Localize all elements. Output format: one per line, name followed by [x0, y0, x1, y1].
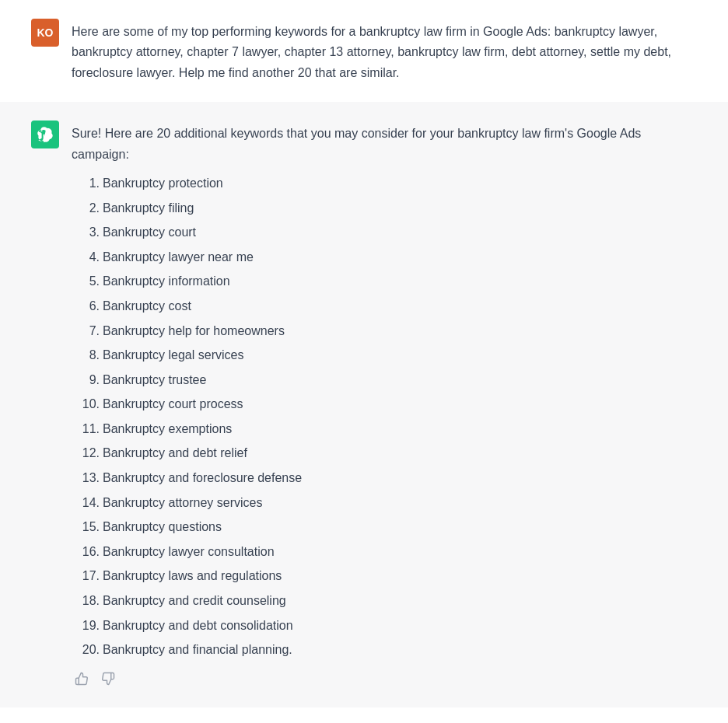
- list-item-text: Bankruptcy information: [103, 271, 230, 292]
- thumbs-down-button[interactable]: [98, 669, 118, 689]
- message-actions: [72, 669, 697, 689]
- list-item-text: Bankruptcy and debt relief: [103, 443, 247, 463]
- list-number: 5.: [72, 271, 100, 292]
- list-item: 3.Bankruptcy court: [72, 220, 697, 245]
- list-item: 8.Bankruptcy legal services: [72, 343, 697, 368]
- list-item-text: Bankruptcy attorney services: [103, 493, 262, 513]
- list-item: 5.Bankruptcy information: [72, 269, 697, 294]
- list-number: 18.: [72, 591, 100, 611]
- list-number: 15.: [72, 517, 100, 537]
- list-number: 6.: [72, 296, 100, 316]
- user-message-text: Here are some of my top performing keywo…: [72, 22, 697, 83]
- list-item-text: Bankruptcy lawyer near me: [103, 247, 254, 267]
- thumbs-up-icon: [75, 672, 89, 686]
- user-message-content: Here are some of my top performing keywo…: [72, 19, 697, 83]
- list-item: 7.Bankruptcy help for homeowners: [72, 319, 697, 344]
- list-number: 9.: [72, 370, 100, 390]
- thumbs-down-icon: [101, 672, 115, 686]
- list-item-text: Bankruptcy laws and regulations: [103, 566, 282, 586]
- assistant-message-content: Sure! Here are 20 additional keywords th…: [72, 120, 697, 689]
- list-number: 16.: [72, 542, 100, 562]
- list-item-text: Bankruptcy filing: [103, 198, 194, 218]
- list-number: 19.: [72, 616, 100, 636]
- chatgpt-icon: [37, 127, 53, 142]
- assistant-avatar: [31, 120, 59, 148]
- list-item: 6.Bankruptcy cost: [72, 294, 697, 319]
- list-item: 16.Bankruptcy lawyer consultation: [72, 540, 697, 564]
- list-number: 17.: [72, 566, 100, 586]
- list-item-text: Bankruptcy and credit counseling: [103, 591, 286, 611]
- chat-container: KO Here are some of my top performing ke…: [0, 0, 728, 707]
- list-item-text: Bankruptcy questions: [103, 517, 222, 537]
- list-item: 13.Bankruptcy and foreclosure defense: [72, 466, 697, 491]
- list-item: 19.Bankruptcy and debt consolidation: [72, 613, 697, 638]
- list-item-text: Bankruptcy protection: [103, 173, 223, 194]
- list-item-text: Bankruptcy court process: [103, 394, 243, 414]
- list-item-text: Bankruptcy and debt consolidation: [103, 616, 293, 636]
- thumbs-up-button[interactable]: [72, 669, 92, 689]
- list-item-text: Bankruptcy court: [103, 222, 196, 243]
- list-number: 2.: [72, 198, 100, 218]
- list-item: 1.Bankruptcy protection: [72, 171, 697, 196]
- list-item: 12.Bankruptcy and debt relief: [72, 441, 697, 466]
- list-number: 13.: [72, 468, 100, 488]
- list-item-text: Bankruptcy lawyer consultation: [103, 542, 275, 562]
- list-number: 12.: [72, 443, 100, 463]
- list-number: 7.: [72, 321, 100, 341]
- list-item: 17.Bankruptcy laws and regulations: [72, 564, 697, 589]
- list-item: 15.Bankruptcy questions: [72, 515, 697, 540]
- list-item-text: Bankruptcy cost: [103, 296, 191, 316]
- list-item: 4.Bankruptcy lawyer near me: [72, 245, 697, 270]
- user-avatar: KO: [31, 19, 59, 47]
- list-item: 11.Bankruptcy exemptions: [72, 417, 697, 442]
- list-number: 10.: [72, 394, 100, 414]
- list-item: 9.Bankruptcy trustee: [72, 368, 697, 393]
- keywords-list: 1.Bankruptcy protection2.Bankruptcy fili…: [72, 171, 697, 662]
- list-number: 14.: [72, 493, 100, 513]
- list-item: 20.Bankruptcy and financial planning.: [72, 637, 697, 662]
- list-number: 8.: [72, 345, 100, 365]
- list-number: 20.: [72, 640, 100, 660]
- list-number: 11.: [72, 419, 100, 439]
- list-item-text: Bankruptcy help for homeowners: [103, 321, 285, 341]
- list-item: 14.Bankruptcy attorney services: [72, 491, 697, 515]
- list-number: 3.: [72, 222, 100, 243]
- list-item-text: Bankruptcy and foreclosure defense: [103, 468, 302, 488]
- list-number: 4.: [72, 247, 100, 267]
- assistant-intro-text: Sure! Here are 20 additional keywords th…: [72, 124, 697, 165]
- list-item: 18.Bankruptcy and credit counseling: [72, 589, 697, 613]
- user-message-block: KO Here are some of my top performing ke…: [0, 0, 728, 102]
- list-item-text: Bankruptcy and financial planning.: [103, 640, 292, 660]
- list-item-text: Bankruptcy exemptions: [103, 419, 232, 439]
- assistant-message-block: Sure! Here are 20 additional keywords th…: [0, 102, 728, 707]
- list-item-text: Bankruptcy legal services: [103, 345, 243, 365]
- list-number: 1.: [72, 173, 100, 194]
- list-item-text: Bankruptcy trustee: [103, 370, 206, 390]
- list-item: 2.Bankruptcy filing: [72, 196, 697, 221]
- list-item: 10.Bankruptcy court process: [72, 392, 697, 417]
